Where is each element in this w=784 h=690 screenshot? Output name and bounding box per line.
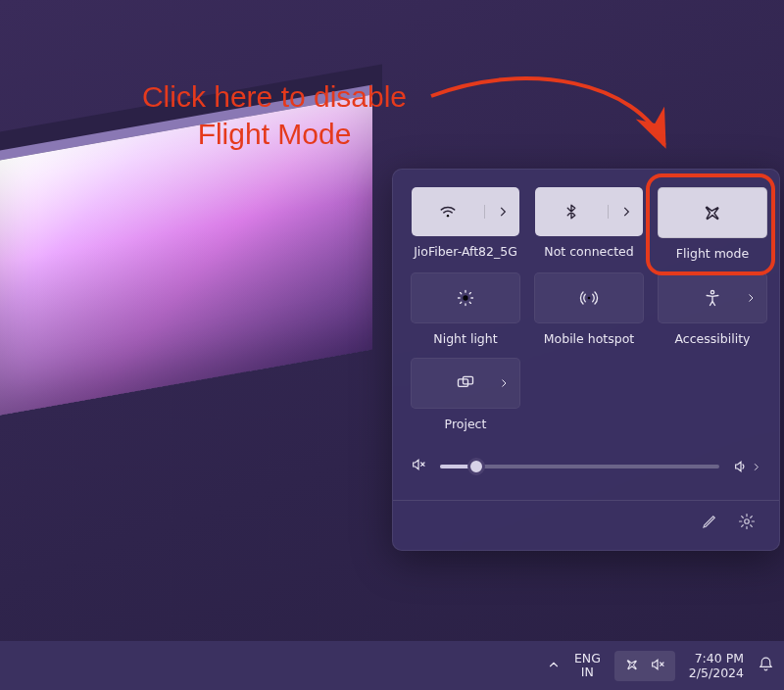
volume-row: [411, 457, 761, 476]
language-bottom: IN: [574, 665, 601, 679]
project-icon: [456, 373, 475, 393]
wifi-expand-button[interactable]: [484, 205, 519, 219]
tray-overflow-button[interactable]: [547, 658, 561, 674]
panel-footer: [411, 501, 761, 540]
night-light-label: Night light: [433, 331, 497, 346]
notifications-button[interactable]: [758, 656, 774, 675]
night-light-tile[interactable]: [411, 272, 520, 323]
edit-quick-settings-button[interactable]: [701, 513, 718, 534]
wifi-label: JioFiber-Aft82_5G: [414, 244, 517, 259]
mobile-hotspot-label: Mobile hotspot: [544, 331, 634, 346]
wifi-tile[interactable]: [412, 187, 519, 236]
volume-slider-thumb[interactable]: [467, 458, 485, 475]
svg-point-3: [710, 291, 713, 294]
bluetooth-tile[interactable]: [535, 187, 643, 236]
clock-time: 7:40 PM: [689, 651, 744, 665]
wifi-icon: [412, 202, 484, 222]
bluetooth-icon: [535, 203, 608, 221]
taskbar: ENG IN 7:40 PM 2/5/2024: [0, 641, 784, 690]
accessibility-expand-button[interactable]: [745, 292, 757, 304]
quick-settings-panel: JioFiber-Aft82_5G Not connected: [392, 169, 780, 551]
svg-point-0: [447, 215, 449, 217]
project-tile[interactable]: [411, 358, 520, 409]
desktop: Click here to disable Flight Mode: [0, 0, 784, 690]
flight-mode-label: Flight mode: [676, 246, 749, 261]
project-expand-button[interactable]: [498, 377, 510, 389]
svg-point-1: [463, 295, 467, 300]
system-tray[interactable]: [614, 651, 675, 681]
night-light-icon: [456, 288, 475, 308]
mobile-hotspot-tile[interactable]: [534, 272, 644, 323]
volume-mute-icon[interactable]: [411, 457, 426, 476]
hotspot-icon: [579, 288, 599, 308]
quick-settings-grid: JioFiber-Aft82_5G Not connected: [411, 187, 761, 431]
clock-date: 2/5/2024: [689, 665, 744, 680]
tray-volume-mute-icon: [650, 657, 665, 675]
settings-button[interactable]: [738, 513, 756, 534]
svg-point-2: [588, 297, 591, 300]
svg-point-6: [745, 519, 750, 524]
project-label: Project: [445, 417, 487, 431]
clock[interactable]: 7:40 PM 2/5/2024: [689, 651, 744, 680]
tray-airplane-icon: [624, 657, 640, 675]
language-top: ENG: [574, 652, 601, 665]
bluetooth-expand-button[interactable]: [608, 205, 643, 219]
flight-mode-tile[interactable]: [658, 187, 767, 238]
airplane-icon: [702, 202, 723, 223]
volume-slider[interactable]: [440, 465, 719, 468]
accessibility-icon: [703, 288, 722, 308]
language-indicator[interactable]: ENG IN: [574, 652, 601, 680]
audio-output-button[interactable]: [733, 459, 761, 474]
accessibility-tile[interactable]: [658, 272, 767, 323]
bluetooth-label: Not connected: [544, 244, 633, 259]
accessibility-label: Accessibility: [675, 331, 751, 346]
